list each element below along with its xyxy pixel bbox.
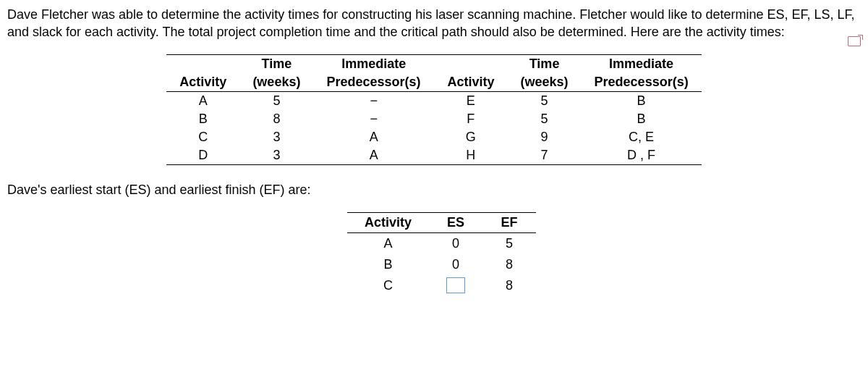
- problem-statement: Dave Fletcher was able to determine the …: [7, 6, 861, 41]
- cell: 8: [482, 254, 536, 275]
- table-row: D 3 A H 7 D , F: [166, 146, 701, 165]
- cell: F: [434, 110, 508, 128]
- table-row: A 0 5: [347, 232, 536, 254]
- hdr-es: ES: [429, 212, 482, 232]
- hdr-activity-2: Activity: [434, 73, 508, 92]
- cell: A: [313, 146, 434, 165]
- hdr-time-2: Time: [508, 54, 582, 73]
- cell: B: [166, 110, 239, 128]
- cell: D: [166, 146, 239, 165]
- cell: A: [347, 232, 429, 254]
- hdr-activity-1: Activity: [166, 73, 239, 92]
- hdr-time-1: Time: [239, 54, 313, 73]
- cell: −: [313, 110, 434, 128]
- es-value: 0: [446, 235, 465, 252]
- cell: C: [347, 275, 429, 296]
- table-row: B 0 8: [347, 254, 536, 275]
- es-ef-table-container: Activity ES EF A 0 5 B 0 8 C 8: [347, 212, 861, 296]
- activity-table-body: A 5 − E 5 B B 8 − F 5 B C 3 A G 9 C,: [166, 91, 701, 164]
- expand-icon[interactable]: [848, 36, 861, 46]
- es-value: 0: [446, 256, 465, 273]
- hdr-weeks-1: (weeks): [239, 73, 313, 92]
- ef-value: 5: [500, 235, 519, 252]
- table-row: C 3 A G 9 C, E: [166, 128, 701, 146]
- cell: 8: [482, 275, 536, 296]
- cell: 0: [429, 254, 482, 275]
- table-row: B 8 − F 5 B: [166, 110, 701, 128]
- ef-value: 8: [500, 256, 519, 273]
- es-ef-heading: Dave's earliest start (ES) and earliest …: [7, 182, 861, 198]
- table-row: C 8: [347, 275, 536, 296]
- hdr-weeks-2: (weeks): [508, 73, 582, 92]
- cell: 3: [239, 128, 313, 146]
- hdr-immediate-2: Immediate: [582, 54, 702, 73]
- cell: 0: [429, 232, 482, 254]
- cell: 5: [508, 110, 582, 128]
- cell: E: [434, 91, 508, 110]
- cell: A: [166, 91, 239, 110]
- cell: 5: [239, 91, 313, 110]
- activity-table: Time Immediate Time Immediate Activity (…: [166, 54, 701, 165]
- es-input[interactable]: [446, 277, 465, 293]
- hdr-pred-1: Predecessor(s): [313, 73, 434, 92]
- table-row: A 5 − E 5 B: [166, 91, 701, 110]
- cell: 5: [482, 232, 536, 254]
- cell: B: [582, 91, 702, 110]
- cell: B: [582, 110, 702, 128]
- cell: 3: [239, 146, 313, 165]
- cell: [429, 275, 482, 296]
- es-ef-table: Activity ES EF A 0 5 B 0 8 C 8: [347, 212, 536, 296]
- cell: 9: [508, 128, 582, 146]
- cell: A: [313, 128, 434, 146]
- cell: H: [434, 146, 508, 165]
- cell: C, E: [582, 128, 702, 146]
- hdr-pred-2: Predecessor(s): [582, 73, 702, 92]
- cell: 8: [239, 110, 313, 128]
- hdr-activity: Activity: [347, 212, 429, 232]
- cell: B: [347, 254, 429, 275]
- cell: G: [434, 128, 508, 146]
- ef-value: 8: [500, 277, 519, 294]
- cell: 7: [508, 146, 582, 165]
- cell: −: [313, 91, 434, 110]
- activity-table-container: Time Immediate Time Immediate Activity (…: [7, 54, 861, 165]
- cell: D , F: [582, 146, 702, 165]
- cell: C: [166, 128, 239, 146]
- cell: 5: [508, 91, 582, 110]
- hdr-ef: EF: [482, 212, 536, 232]
- hdr-immediate-1: Immediate: [313, 54, 434, 73]
